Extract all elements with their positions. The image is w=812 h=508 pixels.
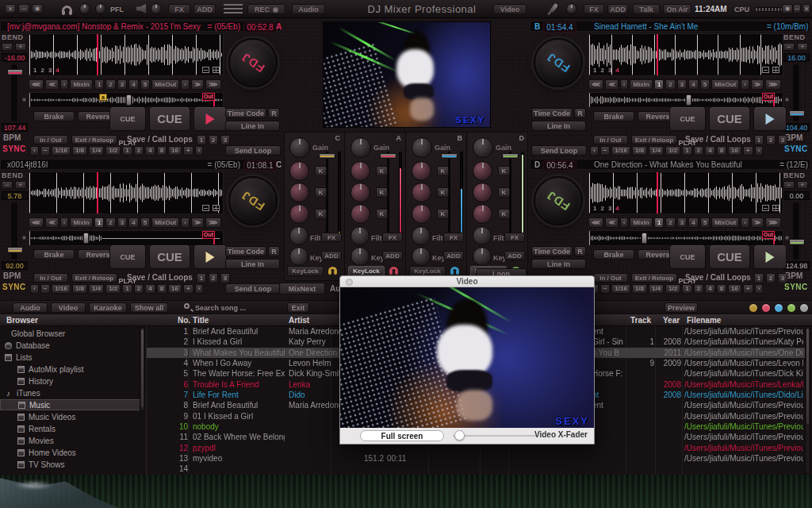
deck-c-loop-size-4[interactable]: 4 (145, 284, 155, 294)
kill-mid-button[interactable]: K (376, 187, 388, 198)
deck-d-beat-marker-2[interactable]: 2 (600, 204, 603, 213)
deck-c-timecode-button[interactable]: Time Code (225, 246, 266, 256)
deck-c-pitch-slider[interactable] (12, 203, 17, 259)
deck-b-nav-5[interactable]: 5 (700, 79, 710, 90)
deck-a-position-handle[interactable] (126, 94, 132, 106)
deck-b-beat-marker-4[interactable]: 4 (615, 66, 619, 75)
deck-b-loop-size-›[interactable]: › (755, 146, 764, 156)
deck-a-nav-›[interactable]: › (181, 79, 190, 90)
close-icon[interactable]: ✕ (5, 4, 16, 13)
filter-video-button[interactable]: Video (51, 302, 86, 313)
deck-d-beat-marker-1[interactable]: 1 (593, 204, 596, 213)
column-no[interactable]: No. (178, 315, 190, 325)
deck-a-loop-in-out-button[interactable]: In / Out (33, 135, 68, 144)
pitch-slider-handle[interactable] (789, 239, 805, 245)
deck-b-loop-size-1/8[interactable]: 1/8 (632, 146, 647, 156)
zoom-in-icon[interactable] (213, 67, 220, 73)
deck-b-nav-1[interactable]: 1 (654, 79, 664, 90)
deck-a-nav-≪[interactable]: ≪ (45, 79, 58, 90)
eq-low-knob[interactable] (289, 204, 309, 224)
deck-a-color-dot[interactable] (761, 303, 771, 313)
deck-a-main-waveform[interactable]: 1234 (29, 33, 224, 76)
deck-c-cue-button[interactable]: CUE (149, 244, 190, 269)
kill-high-button[interactable]: K (315, 166, 327, 176)
minimize-icon[interactable]: ─ (18, 4, 29, 13)
deck-c-loop-size-−[interactable]: − (40, 284, 51, 294)
deck-a-nav-2[interactable]: 2 (105, 79, 115, 90)
deck-c-exit-reloop-button[interactable]: Exit / Reloop (71, 273, 117, 283)
zoom-out-icon[interactable] (202, 205, 209, 211)
deck-d-loop-size-1/2[interactable]: 1/2 (665, 284, 680, 294)
deck-a-loop-in-marker[interactable]: a (99, 94, 107, 101)
deck-c-waveform-canvas[interactable] (29, 172, 223, 214)
eq-low-knob[interactable] (350, 204, 370, 224)
deck-d-nav-MixIn[interactable]: MixIn (630, 217, 652, 228)
channel-add-button[interactable]: ADD (321, 251, 342, 260)
pitch-slider-handle[interactable] (7, 247, 23, 253)
scrollbar-thumb[interactable] (806, 329, 809, 424)
channel-fx-button[interactable]: FX (382, 233, 403, 242)
deck-c-nav-MixIn[interactable]: MixIn (70, 217, 92, 228)
gain-knob[interactable] (473, 137, 493, 158)
deck-c-nav-⋙[interactable]: ⋙ (205, 217, 220, 228)
column-track[interactable]: Track (630, 315, 651, 325)
gain-knob[interactable] (289, 137, 310, 158)
deck-c-nav-⋘[interactable]: ⋘ (29, 217, 44, 228)
deck-d-loop-slot-3[interactable]: 3 (778, 273, 787, 283)
deck-c-loop-in-out-button[interactable]: In / Out (33, 273, 68, 283)
eq-high-knob[interactable] (412, 161, 431, 181)
deck-a-timecode-button[interactable]: Time Code (225, 108, 266, 118)
deck-c-out-marker[interactable]: Out (213, 231, 215, 245)
sidebar-item-global-browser[interactable]: Global Browser (11, 329, 65, 340)
deck-a-loop-size-8[interactable]: 8 (157, 146, 167, 156)
deck-c-loop-size-16[interactable]: 16 (168, 284, 182, 294)
channel-fx-button[interactable]: FX (504, 233, 525, 242)
deck-d-position-handle[interactable] (642, 233, 647, 244)
filter-karaoke-button[interactable]: Karaoke (89, 302, 127, 313)
deck-b-loop-size-−[interactable]: − (600, 146, 611, 156)
filter-knob[interactable] (473, 226, 492, 245)
deck-a-loop-slot-2[interactable]: 2 (209, 135, 218, 145)
on-air-button[interactable]: On Air (663, 4, 691, 14)
deck-b-loop-slot-3[interactable]: 3 (778, 135, 787, 145)
deck-a-nav-5[interactable]: 5 (140, 79, 150, 90)
deck-c-loop-size-1/4[interactable]: 1/4 (89, 284, 104, 294)
deck-c-nav-MixOut[interactable]: MixOut (151, 217, 179, 228)
deck-b-nav-MixOut[interactable]: MixOut (711, 79, 739, 90)
deck-b-loop-size-4[interactable]: 4 (705, 146, 714, 156)
deck-d-loop-size-1[interactable]: 1 (682, 284, 691, 294)
deck-a-loop-slot-1[interactable]: 1 (197, 135, 206, 145)
record-button[interactable]: REC (247, 4, 285, 14)
table-row[interactable]: 14 (147, 464, 806, 474)
kill-low-button[interactable]: K (376, 209, 388, 219)
deck-d-out-marker[interactable]: Out (773, 231, 775, 245)
deck-a-nav-4[interactable]: 4 (128, 79, 138, 90)
deck-b-cue-play-button[interactable]: CUE PLAY (669, 106, 706, 131)
deck-c-nav-2[interactable]: 2 (105, 217, 115, 228)
kill-low-button[interactable]: K (498, 209, 510, 219)
deck-b-nav-›[interactable]: › (741, 79, 749, 90)
table-row[interactable]: 13myvideo151.200:11/Users/jiafuli/Music/… (147, 453, 806, 464)
deck-d-loop-slot-1[interactable]: 1 (754, 273, 764, 283)
deck-b-nav-4[interactable]: 4 (688, 79, 698, 90)
zoom-in-icon[interactable] (213, 205, 220, 211)
deck-a-send-loop-button[interactable]: Send Loop (225, 145, 281, 156)
deck-a-brake-button[interactable]: Brake (33, 111, 75, 121)
channel-add-button[interactable]: ADD (443, 251, 464, 260)
deck-c-color-dot[interactable] (749, 303, 758, 313)
video-window[interactable]: Video SEXY Full screen Video X-Fader (339, 275, 595, 444)
bend-plus-button[interactable]: + (15, 181, 26, 189)
deck-b-loop-slot-1[interactable]: 1 (754, 135, 764, 145)
deck-b-loop-size-‹[interactable]: ‹ (590, 146, 599, 156)
volume-fader-handle[interactable] (502, 153, 519, 159)
deck-d-main-waveform[interactable]: 1234 (588, 171, 783, 214)
deck-d-nav-›[interactable]: › (741, 217, 749, 228)
deck-d-nav-⋙[interactable]: ⋙ (765, 217, 780, 228)
deck-c-loop-size-1[interactable]: 1 (122, 284, 132, 294)
deck-b-loop-size-1/4[interactable]: 1/4 (649, 146, 664, 156)
deck-d-nav-2[interactable]: 2 (665, 217, 675, 228)
channel-add-button[interactable]: ADD (504, 251, 525, 260)
deck-b-nav-MixIn[interactable]: MixIn (630, 79, 652, 90)
deck-b-nav-⋘[interactable]: ⋘ (588, 79, 603, 90)
deck-a-cue-play-button[interactable]: CUE PLAY (109, 106, 146, 131)
